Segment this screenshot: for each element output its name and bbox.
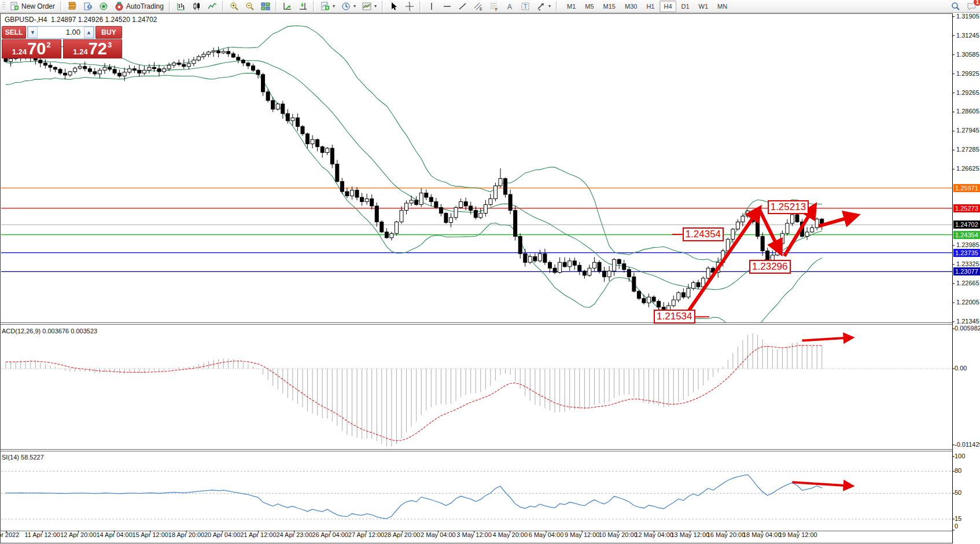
notifications-button[interactable]: 1 bbox=[964, 0, 979, 13]
chart-shift-button[interactable] bbox=[296, 0, 311, 13]
chart-window: GBPUSD-,H4 1.24897 1.24926 1.24520 1.247… bbox=[0, 13, 980, 544]
text-button[interactable]: A bbox=[502, 0, 517, 13]
sounds-button[interactable] bbox=[96, 0, 111, 13]
timeframe-button-m5[interactable]: M5 bbox=[581, 1, 598, 12]
periods-button[interactable]: ▾ bbox=[338, 0, 359, 13]
equidistant-channel-button[interactable]: E bbox=[471, 0, 486, 13]
buy-price-point: 3 bbox=[108, 41, 112, 49]
tile-windows-icon bbox=[261, 2, 270, 11]
time-axis-label: 6 May 04:00 bbox=[529, 531, 564, 538]
zoom-in-icon bbox=[230, 2, 239, 11]
time-axis-label: 14 Apr 04:00 bbox=[96, 531, 132, 538]
history-center-button[interactable] bbox=[65, 0, 80, 13]
zoom-in-button[interactable] bbox=[227, 0, 242, 13]
price-annotation[interactable]: 1.25213 bbox=[768, 200, 809, 214]
timeframe-button-mn[interactable]: MN bbox=[713, 1, 731, 12]
time-axis-label: 10 May 20:00 bbox=[599, 531, 638, 538]
toolbar-separator bbox=[222, 1, 224, 12]
autotrading-button[interactable]: AutoTrading bbox=[112, 0, 167, 13]
time-axis-label: 21 Apr 12:00 bbox=[240, 531, 276, 538]
vertical-line-button[interactable] bbox=[424, 0, 439, 13]
time-axis-label: 26 Apr 04:00 bbox=[312, 531, 348, 538]
toolbar-separator bbox=[275, 1, 278, 12]
dropdown-caret-icon: ▾ bbox=[548, 3, 551, 9]
timeframe-button-m15[interactable]: M15 bbox=[599, 1, 620, 12]
time-axis-label: 9 May 12:00 bbox=[565, 531, 600, 538]
price-axis-tick: 1.28605 bbox=[956, 108, 979, 115]
horizontal-line-icon bbox=[443, 2, 452, 11]
sounds-icon bbox=[99, 2, 108, 11]
timeframe-button-h1[interactable]: H1 bbox=[642, 1, 658, 12]
timeframe-button-m1[interactable]: M1 bbox=[563, 1, 580, 12]
indicators-button[interactable]: ▾ bbox=[318, 0, 338, 13]
svg-text:F: F bbox=[495, 7, 498, 11]
arrows-button[interactable]: ▾ bbox=[533, 0, 554, 13]
price-axis-tick: 1.22005 bbox=[956, 299, 979, 306]
auto-scroll-button[interactable] bbox=[280, 0, 295, 13]
timeframe-button-d1[interactable]: D1 bbox=[677, 1, 694, 12]
price-annotation[interactable]: 1.23296 bbox=[749, 260, 790, 274]
volume-increase-button[interactable]: ▲ bbox=[84, 27, 94, 38]
timeframe-button-m30[interactable]: M30 bbox=[621, 1, 641, 12]
macd-indicator-label: ACD(12,26,9) 0.003676 0.003523 bbox=[2, 328, 97, 335]
price-annotation[interactable]: 1.21534 bbox=[654, 310, 695, 324]
buy-button[interactable]: BUY bbox=[95, 26, 122, 39]
search-button[interactable] bbox=[948, 0, 963, 13]
indicators-icon bbox=[320, 2, 330, 11]
arrows-icon bbox=[536, 2, 546, 11]
line-chart-button[interactable] bbox=[205, 0, 220, 13]
tile-windows-button[interactable] bbox=[258, 0, 273, 13]
bar-chart-button[interactable] bbox=[174, 0, 189, 13]
timeframe-button-w1[interactable]: W1 bbox=[695, 1, 713, 12]
candlestick-chart-icon bbox=[192, 2, 201, 11]
macd-axis-tick: 0.00 bbox=[955, 365, 967, 372]
profiles-icon bbox=[83, 2, 93, 11]
price-axis-tick: 1.26625 bbox=[956, 165, 979, 172]
price-annotation[interactable]: 1.24354 bbox=[683, 227, 724, 241]
macd-axis-tick: -0.011429 bbox=[955, 441, 980, 448]
price-badge: 1.23077 bbox=[953, 267, 980, 275]
toolbar-separator bbox=[169, 1, 171, 12]
chart-canvas[interactable] bbox=[0, 13, 980, 544]
cursor-button[interactable] bbox=[386, 0, 401, 13]
trendline-button[interactable] bbox=[455, 0, 470, 13]
time-axis-label: 18 Apr 20:00 bbox=[168, 531, 204, 538]
time-axis-label: 4 May 20:00 bbox=[493, 531, 528, 538]
timeframe-button-h4[interactable]: H4 bbox=[660, 1, 676, 12]
crosshair-button[interactable] bbox=[402, 0, 417, 13]
time-axis-label: 11 Apr 12:00 bbox=[24, 531, 60, 538]
time-axis-label: 12 Apr 20:00 bbox=[60, 531, 96, 538]
text-label-button[interactable]: T bbox=[518, 0, 533, 13]
dropdown-caret-icon: ▾ bbox=[333, 3, 335, 9]
new-order-icon bbox=[10, 2, 19, 11]
volume-spinner: ▼ 1.00 ▲ bbox=[27, 26, 94, 39]
toolbar-separator bbox=[60, 1, 62, 12]
rsi-axis-tick: 15 bbox=[955, 515, 961, 522]
volume-decrease-button[interactable]: ▼ bbox=[28, 27, 38, 38]
rsi-axis-tick: 0 bbox=[955, 523, 958, 530]
candlestick-chart-button[interactable] bbox=[189, 0, 204, 13]
crosshair-icon bbox=[405, 2, 414, 11]
dropdown-caret-icon: ▾ bbox=[374, 3, 377, 9]
chart-border bbox=[1, 14, 953, 543]
time-axis-label: 13 May 12:00 bbox=[670, 531, 709, 538]
price-axis-tick: 1.27285 bbox=[956, 146, 979, 153]
sell-price-point: 2 bbox=[46, 41, 50, 49]
fibonacci-button[interactable]: F bbox=[487, 0, 502, 13]
toolbar-grip[interactable] bbox=[2, 2, 5, 11]
clock-icon bbox=[341, 2, 351, 11]
fibonacci-icon: F bbox=[489, 2, 499, 11]
toolbar-separator bbox=[419, 1, 422, 12]
macd-axis-tick: 0.005982 bbox=[955, 325, 980, 332]
horizontal-line-button[interactable] bbox=[440, 0, 455, 13]
zoom-out-button[interactable] bbox=[242, 0, 257, 13]
new-order-button[interactable]: New Order bbox=[7, 0, 58, 13]
time-axis-label: 20 Apr 04:00 bbox=[204, 531, 240, 538]
sell-price-panel[interactable]: 1.24 70 2 bbox=[2, 39, 61, 58]
sell-button[interactable]: SELL bbox=[2, 26, 26, 39]
templates-button[interactable]: ▾ bbox=[359, 0, 380, 13]
buy-price-panel[interactable]: 1.24 72 3 bbox=[63, 39, 123, 58]
main-toolbar: New Order AutoTrading bbox=[0, 0, 980, 13]
profiles-button[interactable] bbox=[80, 0, 95, 13]
volume-value[interactable]: 1.00 bbox=[38, 27, 84, 38]
